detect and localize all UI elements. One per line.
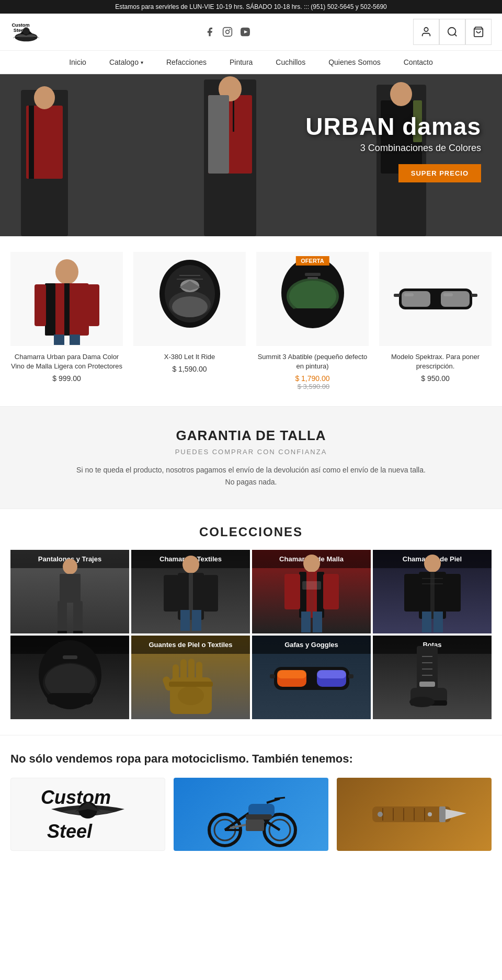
svg-text:Steel: Steel [47,821,93,842]
collection-card-textiles[interactable]: Chamarras Textiles [131,550,250,633]
main-nav: Inicio Catalogo ▾ Refacciones Pintura Cu… [0,51,502,74]
svg-rect-114 [270,674,275,678]
account-icon [420,26,432,38]
search-button[interactable] [439,19,465,45]
nav-refacciones[interactable]: Refacciones [155,51,218,74]
svg-point-18 [34,86,55,109]
svg-rect-81 [284,574,300,609]
collection-card-helmets[interactable]: Cascos [10,636,129,719]
collection-card-leather[interactable]: Chamarras de Piel [373,550,492,633]
svg-rect-101 [173,664,179,682]
svg-rect-99 [63,655,77,659]
collection-card-mesh[interactable]: Chamarras de Malla [252,550,371,633]
guarantee-text: Si no te queda el producto, nosotros pag… [73,464,429,488]
product-title-4: Modelo Spektrax. Para poner prescripción… [379,352,492,371]
product-price-old-3: $ 3,590.00 [298,383,329,390]
product-card-2[interactable]: X-380 Let It Ride $ 1,590.00 [133,252,246,390]
gloves-svg [149,636,233,719]
nav-contacto[interactable]: Contacto [392,51,444,74]
product-card-4[interactable]: Modelo Spektrax. Para poner prescripción… [379,252,492,390]
svg-rect-94 [433,612,443,632]
product-image-4 [379,252,492,346]
open-helmet-svg [148,252,232,346]
svg-point-119 [409,697,435,707]
product-image-1 [10,252,123,346]
svg-point-86 [424,555,441,572]
product-title-1: Chamarra Urban para Dama Color Vino de M… [10,352,123,371]
bottom-knife-card[interactable] [337,778,492,851]
svg-rect-65 [58,601,67,632]
svg-text:Custom: Custom [41,787,111,808]
svg-rect-149 [439,806,446,822]
svg-rect-73 [203,575,218,612]
svg-point-69 [182,556,199,573]
svg-rect-142 [372,806,451,822]
collection-card-pants[interactable]: Pantalones y Trajes [10,550,129,633]
nav-catalogo[interactable]: Catalogo ▾ [98,51,155,74]
svg-point-30 [55,259,78,284]
collection-card-goggles[interactable]: Gafas y Goggles [252,636,371,719]
svg-line-138 [275,798,285,799]
product-price-3: $ 1,790.00 [295,374,329,383]
svg-point-42 [172,296,208,317]
bottom-logo-card[interactable]: Custom Steel [10,778,165,851]
svg-rect-35 [88,284,99,326]
svg-point-10 [448,28,456,36]
products-section: Chamarra Urban para Dama Color Vino de M… [0,236,502,406]
mesh-jacket-svg [270,550,353,633]
search-icon [447,26,458,38]
bottom-grid: Custom Steel [10,778,492,851]
svg-rect-33 [45,283,55,336]
svg-point-9 [424,28,428,31]
svg-rect-102 [180,659,187,681]
top-bar-text: Estamos para servirles de LUN-VIE 10-19 … [115,3,387,10]
full-helmet-svg [271,252,355,346]
product-card-1[interactable]: Chamarra Urban para Dama Color Vino de M… [10,252,123,390]
logo[interactable]: Custom Steel [10,19,42,45]
svg-rect-98 [47,693,93,705]
svg-rect-115 [348,674,353,678]
svg-point-28 [390,82,412,106]
svg-rect-140 [246,820,264,831]
account-button[interactable] [413,19,439,45]
nav-pintura[interactable]: Pintura [218,51,264,74]
hero-cta-button[interactable]: SUPER PRECIO [398,164,481,182]
svg-rect-93 [422,612,431,632]
svg-rect-68 [73,631,83,633]
svg-rect-52 [305,273,321,276]
collection-card-boots[interactable]: Botas [373,636,492,719]
svg-rect-75 [192,610,201,631]
svg-rect-24 [208,95,229,174]
svg-rect-66 [73,601,83,632]
nav-cuchillos[interactable]: Cuchillos [264,51,317,74]
svg-point-63 [63,559,77,574]
svg-line-137 [267,799,280,803]
leather-jacket-svg [391,550,474,633]
product-title-3: Summit 3 Abatible (pequeño defecto en pi… [256,352,369,371]
svg-rect-79 [317,572,324,618]
youtube-icon[interactable] [240,27,250,37]
cart-button[interactable] [465,19,492,45]
bottom-moto-card[interactable] [174,778,328,851]
nav-inicio[interactable]: Inicio [58,51,98,74]
hero-subtitle: 3 Combinaciones de Colores [305,143,481,154]
product-card-3[interactable]: OFERTA Summit 3 Abatible (pequeño defect… [256,252,369,390]
svg-rect-60 [471,294,477,297]
motorcycle-svg [199,778,303,851]
svg-point-107 [178,686,204,705]
svg-rect-103 [188,659,195,681]
knife-svg [362,778,466,851]
svg-rect-110 [277,670,306,678]
facebook-icon[interactable] [204,27,215,37]
svg-rect-32 [64,283,70,336]
svg-rect-106 [169,682,213,687]
instagram-icon[interactable] [222,27,233,37]
svg-rect-124 [419,682,435,687]
collection-card-gloves[interactable]: Guantes de Piel o Textiles [131,636,250,719]
svg-rect-34 [35,284,46,326]
product-price-2: $ 1,590.00 [172,365,207,373]
svg-rect-112 [317,670,346,678]
svg-rect-84 [301,612,311,632]
guarantee-title: GARANTIA DE TALLA [16,428,486,444]
nav-quienes-somos[interactable]: Quienes Somos [317,51,392,74]
